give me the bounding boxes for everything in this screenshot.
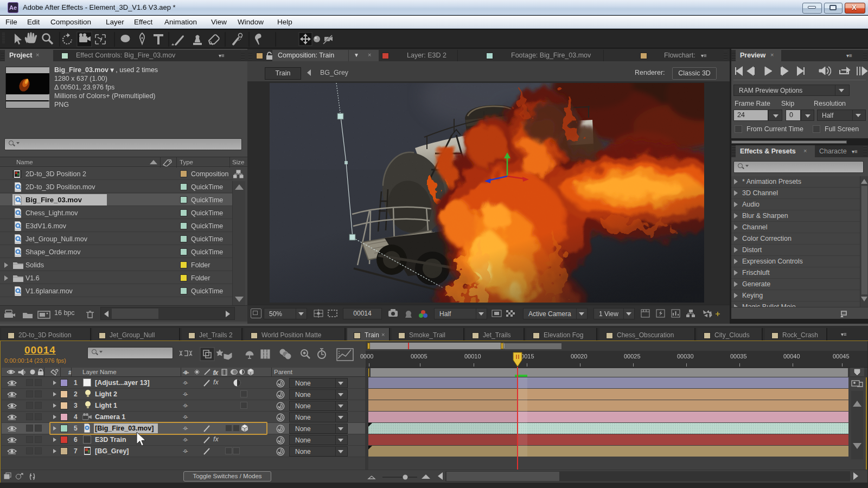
svg-text:fx: fx xyxy=(213,369,218,376)
svg-text:-9-: -9- xyxy=(183,370,189,375)
